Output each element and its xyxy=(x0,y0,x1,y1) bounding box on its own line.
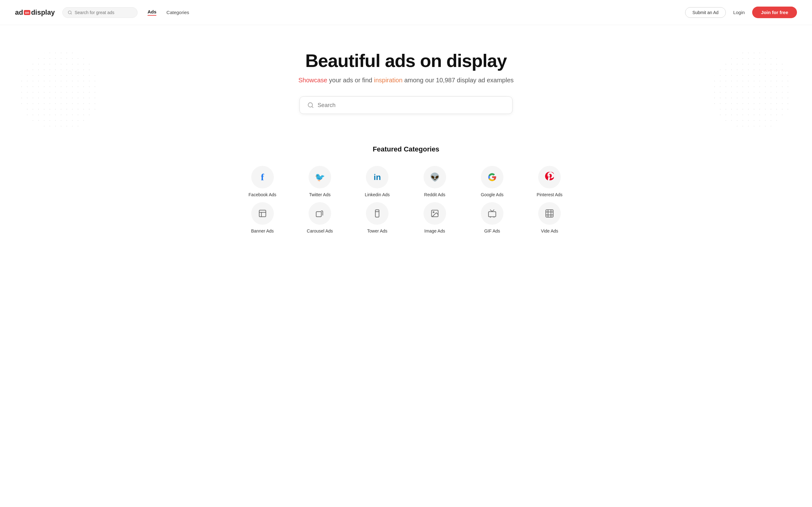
hero-search-icon xyxy=(307,102,314,109)
category-label-pinterest: Pinterest Ads xyxy=(537,192,563,197)
nav-link-categories[interactable]: Categories xyxy=(166,10,189,15)
category-label-image: Image Ads xyxy=(424,228,445,233)
category-item-gif[interactable]: GIF Ads xyxy=(463,202,521,233)
hero-search-box[interactable] xyxy=(300,96,512,114)
category-icon-google xyxy=(481,166,503,188)
nav-link-ads[interactable]: Ads xyxy=(148,9,156,16)
category-label-google: Google Ads xyxy=(481,192,503,197)
category-item-image[interactable]: Image Ads xyxy=(406,202,463,233)
google-g-icon xyxy=(488,172,497,182)
category-icon-gif xyxy=(481,202,503,225)
logo[interactable]: ad on display xyxy=(15,8,55,16)
hero-subtitle-inspiration: inspiration xyxy=(374,77,403,83)
category-label-gif: GIF Ads xyxy=(484,228,500,233)
categories-grid: f Facebook Ads 🐦 Twitter Ads in Linkedin… xyxy=(234,166,578,233)
hero-search-input[interactable] xyxy=(318,102,505,109)
category-item-carousel[interactable]: Carousel Ads xyxy=(291,202,348,233)
category-icon-linkedin: in xyxy=(366,166,389,188)
svg-rect-12 xyxy=(489,212,496,217)
category-icon-banner xyxy=(251,202,274,225)
login-button[interactable]: Login xyxy=(733,10,745,15)
pinterest-icon xyxy=(545,172,554,183)
category-icon-tower xyxy=(366,202,389,225)
category-icon-twitter: 🐦 xyxy=(309,166,331,188)
logo-text-display: display xyxy=(31,8,55,16)
category-label-reddit: Reddit Ads xyxy=(424,192,446,197)
category-label-twitter: Twitter Ads xyxy=(309,192,331,197)
submit-ad-button[interactable]: Submit an Ad xyxy=(685,7,725,18)
hero-section: Beautiful ads on display Showcase your a… xyxy=(0,25,812,133)
linkedin-icon: in xyxy=(374,172,381,182)
category-icon-video xyxy=(538,202,561,225)
category-item-banner[interactable]: Banner Ads xyxy=(234,202,291,233)
carousel-icon xyxy=(315,209,324,218)
category-label-tower: Tower Ads xyxy=(367,228,388,233)
category-label-banner: Banner Ads xyxy=(251,228,273,233)
category-item-reddit[interactable]: 👽 Reddit Ads xyxy=(406,166,463,197)
video-icon xyxy=(545,209,554,218)
dot-pattern-right xyxy=(712,50,793,131)
image-icon xyxy=(430,209,439,218)
twitter-icon: 🐦 xyxy=(315,172,325,182)
join-button[interactable]: Join for free xyxy=(752,7,797,18)
category-icon-reddit: 👽 xyxy=(423,166,446,188)
category-label-carousel: Carousel Ads xyxy=(307,228,333,233)
category-icon-pinterest xyxy=(538,166,561,188)
svg-rect-4 xyxy=(259,210,266,217)
svg-point-11 xyxy=(433,212,434,213)
gif-tv-icon xyxy=(488,209,497,218)
svg-line-3 xyxy=(312,106,313,108)
category-item-video[interactable]: Vide Ads xyxy=(521,202,578,233)
hero-subtitle: Showcase your ads or find inspiration am… xyxy=(298,77,513,84)
category-item-pinterest[interactable]: Pinterest Ads xyxy=(521,166,578,197)
hero-subtitle-part2: your ads or find xyxy=(327,77,374,83)
reddit-icon: 👽 xyxy=(430,172,440,182)
navbar-search[interactable] xyxy=(62,7,138,18)
logo-icon-on: on xyxy=(24,10,31,15)
svg-line-1 xyxy=(71,13,72,14)
hero-subtitle-showcase: Showcase xyxy=(298,77,327,83)
category-icon-carousel xyxy=(309,202,331,225)
category-item-google[interactable]: Google Ads xyxy=(463,166,521,197)
category-label-linkedin: Linkedin Ads xyxy=(365,192,390,197)
hero-subtitle-part4: among our 10,987 display ad examples xyxy=(403,77,514,83)
tower-icon xyxy=(373,209,382,218)
category-item-tower[interactable]: Tower Ads xyxy=(349,202,406,233)
search-icon xyxy=(68,10,72,15)
category-item-linkedin[interactable]: in Linkedin Ads xyxy=(349,166,406,197)
navbar: ad on display Ads Categories Submit an A… xyxy=(0,0,812,25)
dot-pattern-left xyxy=(19,50,100,131)
nav-links: Ads Categories xyxy=(148,9,189,16)
categories-section: Featured Categories f Facebook Ads 🐦 Twi… xyxy=(0,133,812,252)
logo-text-ad: ad xyxy=(15,8,23,16)
svg-rect-7 xyxy=(316,212,321,217)
svg-rect-8 xyxy=(375,210,379,217)
category-icon-image xyxy=(423,202,446,225)
category-item-facebook[interactable]: f Facebook Ads xyxy=(234,166,291,197)
category-icon-facebook: f xyxy=(251,166,274,188)
category-label-facebook: Facebook Ads xyxy=(248,192,276,197)
banner-icon xyxy=(258,209,267,218)
svg-rect-15 xyxy=(546,210,553,217)
hero-title: Beautiful ads on display xyxy=(305,50,507,71)
navbar-search-input[interactable] xyxy=(74,10,132,15)
categories-title: Featured Categories xyxy=(373,145,440,153)
category-label-video: Vide Ads xyxy=(541,228,558,233)
category-item-twitter[interactable]: 🐦 Twitter Ads xyxy=(291,166,348,197)
facebook-icon: f xyxy=(261,172,264,182)
